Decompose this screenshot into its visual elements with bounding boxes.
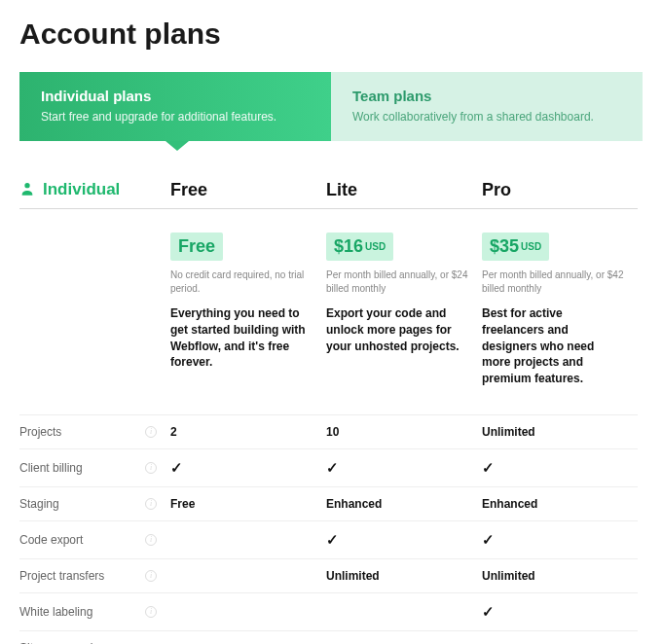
check-icon: ✓ (482, 531, 495, 549)
price-caption: Per month billed annually, or $24 billed… (326, 268, 470, 296)
feature-label: Code exporti (19, 520, 170, 558)
feature-label-text: Client billing (19, 461, 83, 475)
feature-cell: ✓ (482, 592, 638, 630)
price-value: $16 (334, 236, 363, 256)
check-icon: ✓ (482, 603, 495, 621)
feature-cell: ✓ (482, 520, 638, 558)
feature-cell: ✓ (482, 630, 638, 644)
info-icon[interactable]: i (145, 606, 157, 618)
info-icon[interactable]: i (145, 534, 157, 546)
price-value: $35 (490, 236, 519, 256)
plan-header-lite: Lite (326, 180, 482, 209)
feature-label: Stagingi (19, 486, 170, 520)
feature-label-text: Code export (19, 533, 83, 547)
feature-cell: ✓ (326, 520, 482, 558)
check-icon: ✓ (170, 459, 183, 477)
feature-cell: Unlimited (482, 558, 638, 592)
feature-cell: 10 (326, 414, 482, 448)
feature-cell (170, 558, 326, 592)
info-icon[interactable]: i (145, 426, 157, 438)
price-currency: USD (365, 241, 386, 252)
feature-cell: ✓ (170, 448, 326, 486)
feature-label-text: Staging (19, 497, 59, 511)
plan-tabs: Individual plans Start free and upgrade … (19, 72, 643, 141)
feature-cell: ✓ (482, 448, 638, 486)
feature-label-text: Projects (19, 425, 61, 439)
pricing-grid: Individual Free Lite Pro Free No credit … (19, 180, 643, 644)
page-title: Account plans (19, 18, 643, 51)
feature-cell (170, 592, 326, 630)
feature-cell (326, 592, 482, 630)
feature-cell: Enhanced (482, 486, 638, 520)
feature-label: Client billingi (19, 448, 170, 486)
tab-team-plans[interactable]: Team plans Work collaboratively from a s… (331, 72, 643, 141)
price-currency: USD (521, 241, 541, 252)
price-caption: No credit card required, no trial period… (170, 268, 314, 296)
feature-label-text: Project transfers (19, 569, 104, 583)
plan-price-free: Free No credit card required, no trial p… (170, 209, 326, 387)
feature-cell (170, 520, 326, 558)
tab-individual-plans[interactable]: Individual plans Start free and upgrade … (19, 72, 331, 141)
info-icon[interactable]: i (145, 498, 157, 510)
check-icon: ✓ (326, 531, 339, 549)
tab-title: Individual plans (41, 88, 310, 104)
feature-cell (170, 630, 326, 644)
tab-title: Team plans (352, 88, 621, 104)
feature-cell: 2 (170, 414, 326, 448)
check-icon: ✓ (326, 459, 339, 477)
feature-label: Site password protectioni (19, 630, 170, 644)
feature-cell: Unlimited (482, 414, 638, 448)
tab-subtitle: Start free and upgrade for additional fe… (41, 110, 310, 124)
price-value: Free (178, 236, 215, 256)
person-icon (19, 181, 35, 199)
tab-subtitle: Work collaboratively from a shared dashb… (352, 110, 621, 124)
check-icon: ✓ (482, 459, 495, 477)
price-desc: Best for active freelancers and designer… (482, 305, 626, 387)
info-icon[interactable]: i (145, 570, 157, 582)
feature-cell (326, 630, 482, 644)
plan-price-lite: $16USD Per month billed annually, or $24… (326, 209, 482, 387)
feature-cell: Free (170, 486, 326, 520)
svg-point-0 (24, 183, 29, 188)
feature-cell: Unlimited (326, 558, 482, 592)
feature-label: White labelingi (19, 592, 170, 630)
price-desc: Export your code and unlock more pages f… (326, 305, 470, 354)
category-header: Individual (19, 180, 170, 209)
plan-header-free: Free (170, 180, 326, 209)
category-label: Individual (43, 180, 120, 199)
price-caption: Per month billed annually, or $42 billed… (482, 268, 626, 296)
plan-header-pro: Pro (482, 180, 638, 209)
feature-label: Projectsi (19, 414, 170, 448)
plan-price-pro: $35USD Per month billed annually, or $42… (482, 209, 638, 387)
feature-cell: ✓ (326, 448, 482, 486)
feature-label: Project transfersi (19, 558, 170, 592)
price-desc: Everything you need to get started build… (170, 305, 314, 371)
info-icon[interactable]: i (145, 462, 157, 474)
feature-cell: Enhanced (326, 486, 482, 520)
feature-label-text: White labeling (19, 605, 92, 619)
